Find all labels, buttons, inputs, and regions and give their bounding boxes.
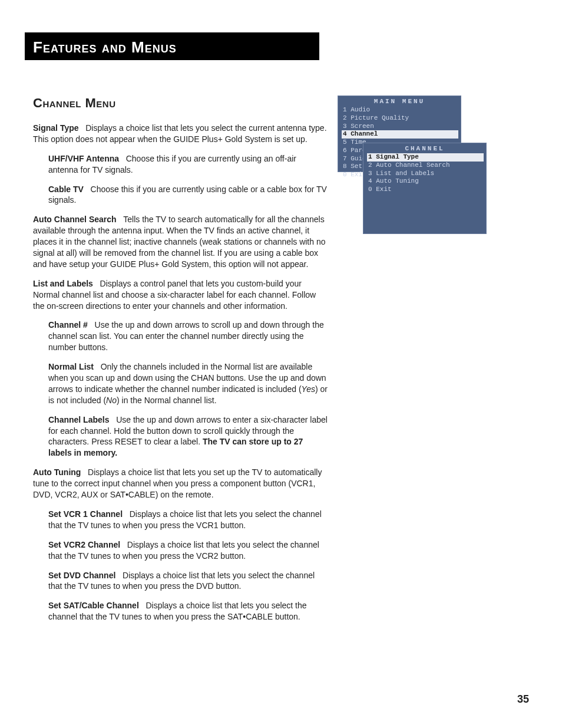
page: Features and Menus Channel Menu Signal T…: [0, 0, 562, 728]
entry: Normal ListOnly the channels included in…: [48, 361, 328, 406]
osd-row: 3 List and Labels: [368, 170, 482, 178]
entry: Auto Channel SearchTells the TV to searc…: [33, 214, 328, 269]
entry: Set VCR 1 ChannelDisplays a choice list …: [48, 509, 328, 531]
osd-figure: MAIN MENU 1 Audio2 Picture Quality3 Scre…: [346, 95, 488, 243]
entry-term: Channel Labels: [48, 415, 116, 424]
entry: Auto TuningDisplays a choice list that l…: [33, 467, 328, 500]
osd-row: 0 Exit: [368, 186, 482, 194]
page-number: 35: [517, 693, 529, 706]
entry: Set DVD ChannelDisplays a choice list th…: [48, 570, 328, 592]
entry: Channel #Use the up and down arrows to s…: [48, 319, 328, 353]
entry: List and LabelsDisplays a control panel …: [33, 278, 328, 312]
chapter-title-bar: Features and Menus: [25, 32, 319, 60]
entry-term: Auto Tuning: [33, 467, 88, 477]
entry-term: Auto Channel Search: [33, 215, 123, 224]
entry-term: Channel #: [48, 320, 95, 330]
osd-row: 2 Picture Quality: [343, 114, 457, 123]
entry-term: Normal List: [48, 362, 101, 371]
entry-term: Set VCR2 Channel: [48, 540, 127, 549]
entry-term: Set VCR 1 Channel: [48, 509, 130, 519]
osd-sub-title: CHANNEL: [363, 143, 486, 153]
osd-row: 2 Auto Channel Search: [368, 162, 482, 170]
osd-main-title: MAIN MENU: [338, 96, 461, 106]
entry-term: Cable TV: [48, 185, 91, 194]
osd-channel-submenu: CHANNEL 1 Signal Type2 Auto Channel Sear…: [363, 143, 487, 234]
osd-row: 4 Channel: [342, 130, 458, 139]
osd-row: 3 Screen: [343, 123, 457, 131]
entry: UHF/VHF AntennaChoose this if you are cu…: [48, 153, 328, 176]
osd-row: 1 Audio: [343, 106, 457, 114]
entry: Set VCR2 ChannelDisplays a choice list t…: [48, 539, 328, 562]
columns: Channel Menu Signal TypeDisplays a choic…: [33, 95, 529, 631]
body-column: Channel Menu Signal TypeDisplays a choic…: [33, 95, 328, 631]
osd-row: 4 Auto Tuning: [368, 177, 482, 186]
entry-term: Signal Type: [33, 123, 85, 133]
entry: Cable TVChoose this if you are currently…: [48, 184, 328, 206]
entry-body: Choose this if you are currently using c…: [48, 185, 327, 205]
entries: Signal TypeDisplays a choice list that l…: [33, 123, 328, 622]
entry-term: Set DVD Channel: [48, 571, 123, 580]
entry-term: Set SAT/Cable Channel: [48, 601, 146, 610]
figure-column: MAIN MENU 1 Audio2 Picture Quality3 Scre…: [346, 95, 488, 631]
entry: Set SAT/Cable ChannelDisplays a choice l…: [48, 600, 328, 622]
entry-term: List and Labels: [33, 279, 100, 288]
osd-row: 1 Signal Type: [367, 153, 484, 162]
chapter-title: Features and Menus: [33, 38, 311, 57]
entry: Channel LabelsUse the up and down arrows…: [48, 414, 328, 459]
osd-sub-items: 1 Signal Type2 Auto Channel Search3 List…: [363, 153, 486, 196]
entry: Signal TypeDisplays a choice list that l…: [33, 123, 328, 145]
section-title: Channel Menu: [33, 95, 328, 111]
entry-term: UHF/VHF Antenna: [48, 154, 126, 163]
